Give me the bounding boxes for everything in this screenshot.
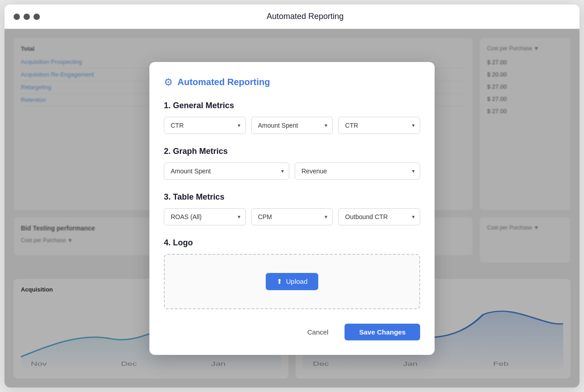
general-metric-2-select[interactable]: CTR Amount Spent Revenue ROAS (All) CPM … <box>251 117 333 134</box>
general-metric-1-select[interactable]: CTR Amount Spent Revenue ROAS (All) CPM … <box>164 117 246 134</box>
section-logo: 4. Logo ⬆ Upload <box>164 238 420 309</box>
table-metrics-dropdowns: CTR Amount Spent Revenue ROAS (All) CPM … <box>164 208 420 225</box>
modal-dialog: ⚙ Automated Reporting 1. General Metrics… <box>149 62 435 355</box>
graph-metric-1-wrapper: CTR Amount Spent Revenue ROAS (All) CPM … <box>164 163 289 180</box>
upload-button-label: Upload <box>286 277 308 285</box>
section-graph-metrics: 2. Graph Metrics CTR Amount Spent Revenu… <box>164 147 420 180</box>
logo-upload-area[interactable]: ⬆ Upload <box>164 254 420 309</box>
window-dot-close[interactable] <box>14 14 20 20</box>
general-metrics-dropdowns: CTR Amount Spent Revenue ROAS (All) CPM … <box>164 117 420 134</box>
section1-title: 1. General Metrics <box>164 101 420 110</box>
section4-title: 4. Logo <box>164 238 420 248</box>
graph-metrics-dropdowns: CTR Amount Spent Revenue ROAS (All) CPM … <box>164 163 420 180</box>
upload-button[interactable]: ⬆ Upload <box>266 273 319 290</box>
save-changes-button[interactable]: Save Changes <box>345 324 420 340</box>
upload-icon: ⬆ <box>277 277 282 286</box>
table-metric-3-wrapper: CTR Amount Spent Revenue ROAS (All) CPM … <box>338 208 420 225</box>
table-metric-3-select[interactable]: CTR Amount Spent Revenue ROAS (All) CPM … <box>338 208 420 225</box>
cancel-button[interactable]: Cancel <box>298 324 338 340</box>
automated-reporting-icon: ⚙ <box>164 76 173 88</box>
graph-metric-2-select[interactable]: CTR Amount Spent Revenue ROAS (All) CPM … <box>295 163 420 180</box>
general-metric-3-select[interactable]: CTR Amount Spent Revenue ROAS (All) CPM … <box>338 117 420 134</box>
window-title: Automated Reporting <box>40 12 570 21</box>
section2-title: 2. Graph Metrics <box>164 147 420 156</box>
modal-footer: Cancel Save Changes <box>164 324 420 340</box>
modal-overlay: ⚙ Automated Reporting 1. General Metrics… <box>5 29 579 387</box>
titlebar: Automated Reporting <box>5 5 579 29</box>
window-controls <box>14 14 40 20</box>
general-metric-2-wrapper: CTR Amount Spent Revenue ROAS (All) CPM … <box>251 117 333 134</box>
table-metric-2-select[interactable]: CTR Amount Spent Revenue ROAS (All) CPM … <box>251 208 333 225</box>
main-window: Automated Reporting Total Acquisition Pr… <box>5 5 579 387</box>
table-metric-1-select[interactable]: CTR Amount Spent Revenue ROAS (All) CPM … <box>164 208 246 225</box>
section-table-metrics: 3. Table Metrics CTR Amount Spent Revenu… <box>164 192 420 225</box>
window-dot-maximize[interactable] <box>34 14 40 20</box>
table-metric-1-wrapper: CTR Amount Spent Revenue ROAS (All) CPM … <box>164 208 246 225</box>
content-area: Total Acquisition Prospecting Acquisitio… <box>5 29 579 387</box>
section3-title: 3. Table Metrics <box>164 192 420 202</box>
general-metric-1-wrapper: CTR Amount Spent Revenue ROAS (All) CPM … <box>164 117 246 134</box>
window-dot-minimize[interactable] <box>24 14 30 20</box>
graph-metric-2-wrapper: CTR Amount Spent Revenue ROAS (All) CPM … <box>295 163 420 180</box>
general-metric-3-wrapper: CTR Amount Spent Revenue ROAS (All) CPM … <box>338 117 420 134</box>
graph-metric-1-select[interactable]: CTR Amount Spent Revenue ROAS (All) CPM … <box>164 163 289 180</box>
modal-header: ⚙ Automated Reporting <box>164 76 420 88</box>
table-metric-2-wrapper: CTR Amount Spent Revenue ROAS (All) CPM … <box>251 208 333 225</box>
section-general-metrics: 1. General Metrics CTR Amount Spent Reve… <box>164 101 420 134</box>
modal-title: Automated Reporting <box>177 77 270 87</box>
